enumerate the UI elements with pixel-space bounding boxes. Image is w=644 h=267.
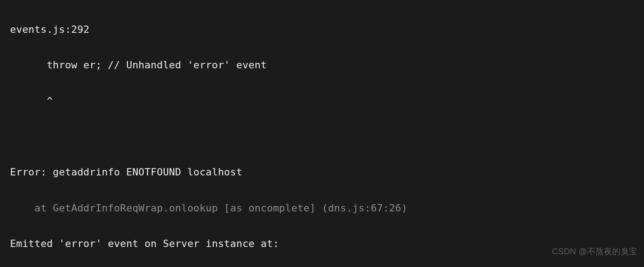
error-header: Error: getaddrinfo ENOTFOUND localhost	[10, 163, 638, 181]
caret-line: ^	[10, 92, 638, 110]
indent	[10, 202, 35, 214]
emitted-header-text: Emitted 'error' event on Server instance…	[10, 238, 279, 249]
source-location-text: events.js:292	[10, 24, 90, 35]
blank-line	[10, 128, 638, 145]
caret: ^	[47, 95, 53, 107]
stack-text: at GetAddrInfoReqWrap.onlookup [as oncom…	[35, 202, 408, 214]
stack-line-1: at GetAddrInfoReqWrap.onlookup [as oncom…	[10, 199, 638, 217]
emitted-header: Emitted 'error' event on Server instance…	[10, 235, 638, 252]
error-header-text: Error: getaddrinfo ENOTFOUND localhost	[10, 166, 242, 178]
terminal-output: events.js:292 throw er; // Unhandled 'er…	[0, 0, 644, 267]
source-location: events.js:292	[10, 21, 638, 38]
indent	[10, 59, 47, 71]
indent	[10, 95, 47, 107]
throw-line: throw er; // Unhandled 'error' event	[10, 56, 638, 74]
throw-code: throw er; // Unhandled 'error' event	[47, 59, 267, 71]
